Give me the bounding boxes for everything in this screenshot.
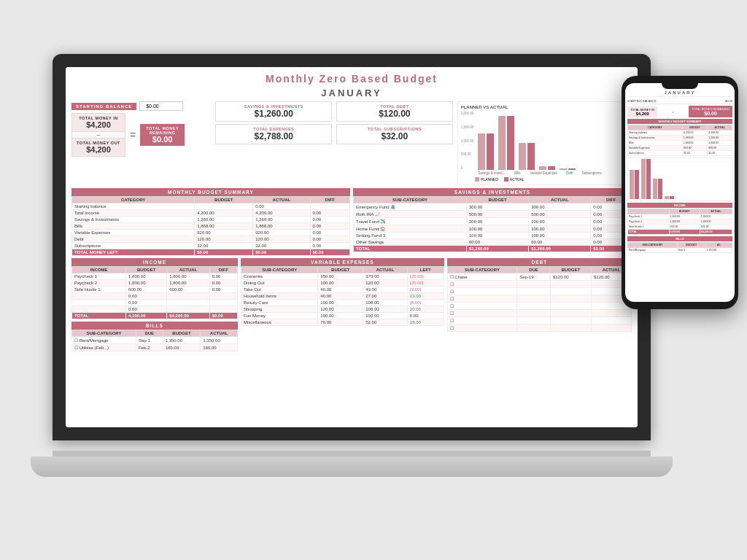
savings-amount: $1,260.00 xyxy=(222,109,325,119)
table-row: Take Out40.0043.00(3.00) xyxy=(241,287,444,293)
chart-label-debt: Debt xyxy=(562,171,578,175)
debt-header: DEBT xyxy=(447,258,632,266)
table-row: Paycheck 21,800.001,800.000.00 xyxy=(72,280,238,287)
table-row: Other Savings60.0060.000.00 xyxy=(354,239,632,246)
ph-bud-budget: BUDGET xyxy=(682,125,707,131)
table-row: Paycheck 11,800.001,800.000.00 xyxy=(72,273,238,280)
debt-section: DEBT SUB-CATEGORY DUE BUDGET ACTUAL xyxy=(447,258,632,351)
income-header: INCOME xyxy=(71,258,238,266)
legend-planned-label: PLANNED xyxy=(481,177,498,182)
phone-equals: = xyxy=(673,110,674,114)
table-row: Miscellaneous70.0052.0018.00 xyxy=(241,319,444,326)
variable-table: SUB-CATEGORY BUDGET ACTUAL LEFT Grocerie… xyxy=(241,266,444,326)
table-row: Shopping120.00100.0020.00 xyxy=(241,306,444,313)
phone-bills-table: SUB-CATEGORY BUDGET AC Rent/Mortgage Sep… xyxy=(627,242,732,253)
table-row: Variable Expenses920.00920.00 xyxy=(628,146,732,151)
bar-group-debt xyxy=(539,166,555,170)
table-row: Groceries350.00370.00(20.00) xyxy=(241,273,444,280)
subscriptions-amount: $32.00 xyxy=(343,131,446,141)
phone-income-table: BUDGET ACTUAL Paycheck 11,800.001,800.00… xyxy=(627,209,732,235)
bsum-col-category: CATEGORY xyxy=(72,197,195,203)
var-col-left: LEFT xyxy=(407,267,444,273)
savings-total-row: TOTAL $1,260.00 $1,260.00 $0.00 xyxy=(354,246,632,252)
bar-savings-actual xyxy=(487,133,494,170)
table-row: ☐ xyxy=(447,281,631,288)
income-table: INCOME BUDGET ACTUAL DIFF Paycheck 11,80… xyxy=(71,266,238,319)
phone-bar-savings-planned xyxy=(630,170,634,199)
bills-col-budget: BUDGET xyxy=(163,330,201,337)
table-row: Total Income4,200.004,200.000.00 xyxy=(72,210,350,217)
month-header: JANUARY xyxy=(71,88,632,98)
phone-bar-bills-planned xyxy=(641,159,646,199)
table-row: Bills1,868.001,868.00 xyxy=(628,141,732,146)
page-title: Monthly Zero Based Budget xyxy=(71,73,632,85)
table-row: 0.00 xyxy=(72,306,238,313)
bar-group-subscriptions xyxy=(560,168,576,170)
phone-sb-label: STARTING BALANCE xyxy=(627,99,657,103)
phone-remaining-box: TOTAL MONEY REMAINING $0.00 xyxy=(689,106,732,117)
y-axis: 2,000.00 1,500.00 1,000.00 500.00 0 xyxy=(461,112,476,170)
table-row: Savings & Investments1,260.001,260.000.0… xyxy=(72,217,350,223)
bar-debt-planned xyxy=(539,166,546,170)
total-money-in-amount: $4,200 xyxy=(77,120,120,129)
var-col-sub: SUB-CATEGORY xyxy=(241,267,318,273)
table-row: ☐ Chase Sep-19 $120.00 $120.00 xyxy=(447,273,631,281)
bsum-col-budget: BUDGET xyxy=(195,197,253,203)
chart-label-subs: Subscriptions xyxy=(582,171,602,175)
phone-bar-var-planned xyxy=(653,179,657,199)
bills-header: BILLS xyxy=(71,322,238,330)
subscriptions-card: TOTAL SUBSCRIPTIONS $32.00 xyxy=(336,124,453,144)
table-row: Travel Fund ✈️200.00200.000.00 xyxy=(354,218,632,225)
debt-amount: $120.00 xyxy=(343,109,446,119)
phone-sb-value: $0.00 xyxy=(725,99,732,103)
income-total-row: TOTAL 4,200.00 $4,200.00 $0.00 xyxy=(72,313,238,319)
table-row: Subscriptions32.0032.00 xyxy=(628,151,732,156)
bar-debt-actual xyxy=(548,166,555,170)
bar-variable-actual xyxy=(527,143,535,170)
chart-label-savings: Savings & Invest... xyxy=(478,171,505,175)
total-money-out-box: TOTAL MONEY OUT $4,200 xyxy=(71,138,125,157)
table-row: Fun Money100.00100.000.00 xyxy=(241,313,444,319)
bar-sub-actual xyxy=(568,168,576,170)
starting-balance-value: $0.00 xyxy=(139,101,183,111)
phone-money-in-box: TOTAL MONEY IN $4,200 xyxy=(627,106,657,117)
phone-starting-balance-row: STARTING BALANCE $0.00 xyxy=(627,98,732,104)
table-row: Beauty Care100.00108.00(8.00) xyxy=(241,300,444,306)
debt-col-budget: BUDGET xyxy=(550,267,591,273)
phone-bar-var-actual xyxy=(658,179,662,199)
phone-income-total: TOTAL 4,200.00 $4,200.00 xyxy=(628,230,732,235)
y-label-4: 500.00 xyxy=(461,152,474,156)
bar-group-savings xyxy=(478,133,494,170)
phone-content: JANUARY STARTING BALANCE $0.00 TOTAL MON… xyxy=(625,89,735,254)
phone-device: JANUARY STARTING BALANCE $0.00 TOTAL MON… xyxy=(622,76,738,309)
table-row: Home Fund 🏠100.00100.000.00 xyxy=(354,225,632,233)
chart-x-labels: Savings & Invest... Bills Variable Expen… xyxy=(475,171,605,175)
table-row: ☐ xyxy=(447,324,631,332)
variable-section: VARIABLE EXPENSES SUB-CATEGORY BUDGET AC… xyxy=(241,258,444,351)
bar-group-variable xyxy=(519,143,535,170)
phone-bar-debt-actual xyxy=(670,196,674,199)
inc-col-budget: BUDGET xyxy=(126,267,167,273)
bar-savings-planned xyxy=(478,133,485,170)
phone-budget-table: CATEGORY BUDGET ACTUAL Starting balance4… xyxy=(627,125,732,156)
laptop-device: Monthly Zero Based Budget JANUARY STARTI… xyxy=(53,54,651,477)
debt-table: SUB-CATEGORY DUE BUDGET ACTUAL ☐ Chase xyxy=(447,266,632,332)
y-label-5: 0 xyxy=(461,166,474,170)
table-row: ☐ xyxy=(447,288,631,295)
chart-section: PLANNED VS ACTUAL 2,000.00 1,500.00 1,00… xyxy=(457,101,632,185)
laptop-hinge xyxy=(53,451,651,456)
phone-notch xyxy=(662,83,698,89)
budget-summary-header: MONTHLY BUDGET SUMMARY xyxy=(71,188,350,196)
ph-bud-actual: ACTUAL xyxy=(708,125,732,131)
y-label-1: 2,000.00 xyxy=(461,112,474,115)
table-row: 0.00 xyxy=(72,293,238,300)
table-row: ☐ Rent/Mortgage Sep-1 1,350.00 1,350.00 xyxy=(72,337,238,344)
total-money-in-box: TOTAL MONEY IN $4,200 xyxy=(71,113,125,132)
budget-summary-section: MONTHLY BUDGET SUMMARY CATEGORY BUDGET A… xyxy=(71,188,350,256)
budget-summary-table: CATEGORY BUDGET ACTUAL DIFF Starting bal… xyxy=(71,196,350,256)
table-row: Variable Expenses920.00920.000.00 xyxy=(72,230,350,236)
var-col-actual: ACTUAL xyxy=(363,267,408,273)
savings-table: SUB-CATEGORY BUDGET ACTUAL DIFF Emergenc… xyxy=(353,196,632,252)
phone-bar-debt-planned xyxy=(665,196,669,199)
table-row: Bills1,868.001,868.000.00 xyxy=(72,223,350,230)
